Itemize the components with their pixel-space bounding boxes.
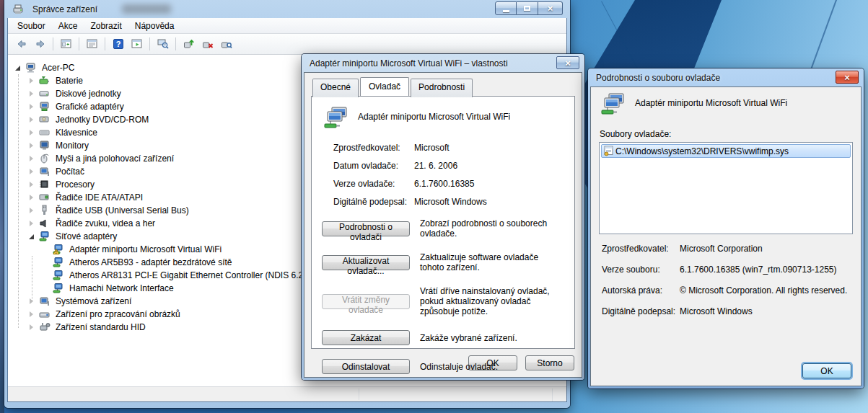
tree-expander[interactable]	[27, 194, 35, 202]
menu-soubor[interactable]: Soubor	[11, 19, 52, 33]
action-description: Zakáže vybrané zařízení.	[420, 333, 564, 343]
help-icon[interactable]: ?	[109, 36, 127, 53]
driver-files-list[interactable]: C:\Windows\system32\DRIVERS\vwifimp.sys	[599, 142, 853, 234]
tree-item-label: Atheros AR8131 PCI-E Gigabit Ethernet Co…	[68, 270, 312, 280]
tree-expander[interactable]	[27, 311, 35, 319]
minimize-button[interactable]	[495, 1, 517, 15]
close-button[interactable]: ×	[836, 71, 859, 84]
tree-spacer	[41, 285, 49, 293]
update-driver-icon[interactable]	[180, 36, 198, 53]
field-value: Microsoft Windows	[680, 306, 851, 316]
field-value: Microsoft Windows	[414, 197, 564, 207]
back-icon[interactable]	[12, 36, 30, 53]
odinstalovat-button[interactable]: Odinstalovat	[322, 359, 410, 374]
field-value: 6.1.7600.16385	[414, 179, 564, 189]
desktop: Správce zařízení × SouborAkceZobrazitNáp…	[0, 0, 868, 413]
field-value: © Microsoft Corporation. All rights rese…	[680, 285, 851, 296]
tree-item-label: Adaptér miniportu Microsoft Virtual WiFi	[68, 244, 223, 254]
tree-expander[interactable]	[27, 90, 35, 98]
tree-expander[interactable]	[27, 220, 35, 228]
toolbar-separator	[79, 37, 79, 50]
ok-button[interactable]: OK	[802, 363, 851, 378]
driver-file-path: C:\Windows\system32\DRIVERS\vwifimp.sys	[615, 146, 789, 156]
titlebar[interactable]: Správce zařízení ×	[7, 0, 567, 18]
toolbar: ?	[8, 34, 566, 55]
driver-action-row: ZakázatZakáže vybrané zařízení.	[322, 330, 564, 345]
titlebar[interactable]: Podrobnosti o souboru ovladače ×	[590, 68, 862, 86]
action-description: Zaktualizuje software ovladače tohoto za…	[420, 252, 564, 272]
tree-item-label: Systémová zařízení	[54, 296, 133, 306]
scan-computer-icon[interactable]	[154, 36, 172, 53]
tree-item-label: Řadiče IDE ATA/ATAPI	[54, 192, 144, 203]
pc-icon	[39, 166, 51, 177]
driver-actions: Podrobnosti o ovladačiZobrazí podrobnost…	[322, 218, 564, 374]
tree-item-label: Počítač	[54, 166, 86, 177]
toolbar-separator	[53, 37, 53, 50]
field-value: Microsoft	[414, 143, 564, 153]
tree-item-label: Řadiče zvuku, videa a her	[54, 218, 157, 228]
field-value: 6.1.7600.16385 (win7_rtm.090713-1255)	[680, 265, 851, 275]
dialog-title: Podrobnosti o souboru ovladače	[596, 73, 720, 83]
tree-item-label: Jednotky DVD/CD-ROM	[54, 115, 150, 125]
field-label: Digitálně podepsal:	[333, 197, 414, 207]
tree-item-label: Zařízení pro zpracování obrázků	[54, 309, 182, 319]
aktualizovat-ovladac-button[interactable]: Aktualizovat ovladač...	[322, 255, 410, 270]
tree-expander[interactable]	[27, 77, 35, 85]
tree-expander[interactable]	[27, 181, 35, 189]
driver-action-row: Vrátit změny ovladačeVrátí dříve nainsta…	[322, 286, 564, 316]
driver-files-label: Soubory ovladače:	[600, 129, 853, 139]
redacted-text-blur	[122, 4, 171, 14]
resize-grip[interactable]	[552, 388, 566, 401]
action-pane-icon[interactable]	[128, 36, 146, 53]
svg-text:?: ?	[115, 40, 120, 48]
net-warning-icon	[53, 244, 64, 255]
tab-podrobnosti[interactable]: Podrobnosti	[411, 79, 473, 97]
maximize-button[interactable]	[517, 1, 538, 15]
tree-expander[interactable]	[27, 233, 35, 241]
tab-obecne[interactable]: Obecné	[312, 79, 359, 97]
hid-icon	[39, 321, 51, 333]
close-icon: ×	[565, 58, 571, 68]
close-button[interactable]: ×	[556, 56, 579, 69]
tree-expander[interactable]	[27, 129, 35, 137]
tree-expander[interactable]	[27, 116, 35, 124]
uninstall-device-icon[interactable]	[198, 36, 216, 53]
tree-expander[interactable]	[27, 155, 35, 163]
console-tree-icon[interactable]	[57, 36, 75, 53]
tab-ovladac[interactable]: Ovladač	[360, 77, 409, 96]
tree-item-label: Acer-PC	[40, 63, 76, 73]
tree-expander[interactable]	[27, 298, 35, 306]
status-bar	[8, 386, 566, 401]
tree-expander[interactable]	[14, 64, 22, 72]
titlebar[interactable]: Adaptér miniportu Microsoft Virtual WiFi…	[304, 54, 582, 72]
display-icon	[39, 101, 51, 112]
usb-icon	[39, 205, 51, 216]
close-button[interactable]: ×	[538, 1, 563, 15]
tree-item-label: Zařízení standardu HID	[54, 322, 147, 332]
forward-icon[interactable]	[31, 36, 49, 53]
monitor-icon	[39, 140, 51, 151]
menu-zobrazit[interactable]: Zobrazit	[84, 19, 128, 33]
tree-item-label: Atheros AR5B93 - adaptér bezdrátové sítě	[68, 257, 233, 267]
field-label: Autorská práva:	[602, 285, 680, 296]
window-title: Správce zařízení	[32, 4, 97, 14]
field-label: Datum ovladače:	[333, 161, 414, 171]
dvd-icon	[39, 114, 51, 125]
tree-expander[interactable]	[27, 168, 35, 176]
tree-expander[interactable]	[27, 142, 35, 150]
tree-expander[interactable]	[27, 207, 35, 215]
zakazat-button[interactable]: Zakázat	[322, 330, 410, 345]
properties-icon[interactable]	[83, 36, 101, 53]
dialog-buttons: OK	[802, 363, 851, 378]
tree-expander[interactable]	[27, 103, 35, 111]
mouse-icon	[39, 153, 51, 164]
driver-file-item[interactable]: C:\Windows\system32\DRIVERS\vwifimp.sys	[601, 144, 851, 158]
scan-hardware-icon[interactable]	[217, 36, 235, 53]
menu-napoveda[interactable]: Nápověda	[128, 19, 181, 33]
sound-icon	[39, 218, 51, 229]
podrobnosti-o-ovladaci-button[interactable]: Podrobnosti o ovladači	[322, 221, 410, 236]
vratit-zmeny-ovladace-button: Vrátit změny ovladače	[322, 294, 410, 309]
network-adapter-icon	[323, 107, 348, 131]
menu-akce[interactable]: Akce	[52, 19, 84, 33]
tree-expander[interactable]	[27, 324, 35, 332]
